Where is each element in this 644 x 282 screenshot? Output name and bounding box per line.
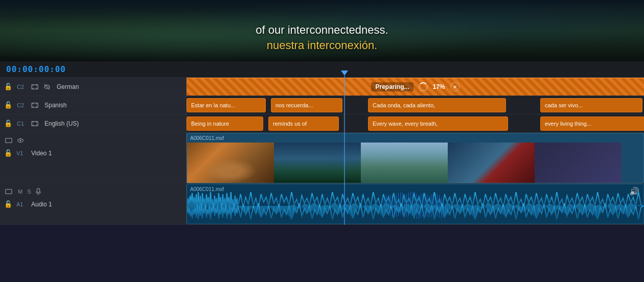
svg-rect-4 bbox=[36, 87, 37, 89]
track-controls-spanish: 🔓 C2 Spanish bbox=[0, 96, 187, 114]
preparing-bar: Preparing... 17% ✕ bbox=[187, 78, 644, 96]
svg-rect-16 bbox=[6, 138, 12, 143]
preparing-spinner bbox=[419, 82, 428, 91]
caption-clip-english-2[interactable]: reminds us of bbox=[268, 116, 339, 131]
svg-rect-20 bbox=[37, 189, 39, 193]
caption-clip-english-1[interactable]: Being in nature bbox=[187, 116, 263, 131]
video-clip-label: A006C011.mxf bbox=[190, 135, 224, 141]
track-label-german: German bbox=[57, 83, 79, 90]
preparing-close-button[interactable]: ✕ bbox=[450, 82, 459, 91]
solo-label[interactable]: S bbox=[27, 189, 31, 195]
thumb-canoe bbox=[448, 143, 535, 183]
lock-icon-english[interactable]: 🔓 bbox=[4, 120, 12, 127]
timeline: 00:00:00:00 🔓 C2 German Preparing... 17%… bbox=[0, 61, 644, 225]
subtitle-container: of our interconnectedness. nuestra inter… bbox=[0, 24, 644, 52]
lock-icon-spanish[interactable]: 🔓 bbox=[4, 101, 12, 109]
audio-track-top-row: M S bbox=[4, 187, 182, 196]
track-num-english: C1 bbox=[17, 121, 27, 127]
filmstrip-icon-video1 bbox=[4, 136, 13, 145]
track-label-audio1: Audio 1 bbox=[31, 201, 52, 208]
mute-label[interactable]: M bbox=[18, 189, 22, 195]
track-content-spanish[interactable]: Estar en la natu... nos recuerda... Cada… bbox=[187, 96, 644, 114]
svg-rect-9 bbox=[33, 106, 34, 107]
track-content-audio1[interactable]: A006C011.mxf 🔊 // Inline SVG content gen… bbox=[187, 184, 644, 224]
track-video1: 🔓 V1 Video 1 A006C011.mxf bbox=[0, 133, 644, 184]
mic-icon-audio1[interactable] bbox=[34, 187, 43, 196]
film-icon-german bbox=[30, 82, 39, 91]
eye-off-icon-german[interactable] bbox=[42, 82, 52, 91]
svg-rect-13 bbox=[36, 121, 37, 123]
video-track-top-row bbox=[4, 136, 182, 145]
track-num-audio1: A1 bbox=[16, 201, 27, 207]
film-icon-english bbox=[30, 119, 39, 128]
track-label-spanish: Spanish bbox=[44, 102, 66, 109]
waveform-bars bbox=[187, 188, 643, 224]
track-controls-english: 🔓 C1 English (US) bbox=[0, 114, 187, 132]
preparing-text: Preparing... bbox=[371, 82, 413, 91]
thumb-extra1 bbox=[535, 143, 622, 183]
track-controls-german: 🔓 C2 German bbox=[0, 78, 187, 96]
svg-rect-2 bbox=[36, 84, 37, 86]
track-controls-audio1: M S 🔓 A1 Audio 1 bbox=[0, 184, 187, 224]
svg-rect-8 bbox=[36, 103, 37, 104]
audio-clip-label: A006C011.mxf bbox=[190, 186, 224, 192]
svg-rect-19 bbox=[6, 190, 12, 194]
track-content-german[interactable]: Preparing... 17% ✕ bbox=[187, 78, 644, 96]
track-german: 🔓 C2 German Preparing... 17% ✕ bbox=[0, 78, 644, 96]
caption-clip-english-4[interactable]: every living thing... bbox=[540, 116, 644, 131]
track-num-video1: V1 bbox=[16, 150, 27, 156]
track-english: 🔓 C1 English (US) Being in nature remind… bbox=[0, 114, 644, 133]
svg-rect-10 bbox=[36, 106, 37, 107]
audio-clip-a006c011[interactable]: A006C011.mxf 🔊 // Inline SVG content gen… bbox=[187, 184, 644, 224]
subtitle-spanish: nuestra interconexión. bbox=[0, 39, 644, 52]
playhead-triangle bbox=[341, 70, 348, 76]
preparing-pct: 17% bbox=[433, 83, 445, 90]
video-thumbnails bbox=[187, 143, 643, 183]
track-label-english: English (US) bbox=[44, 120, 79, 127]
timecode-display: 00:00:00:00 bbox=[6, 64, 66, 74]
svg-rect-12 bbox=[33, 121, 34, 123]
caption-clip-spanish-2[interactable]: nos recuerda... bbox=[271, 98, 342, 112]
audio-track-label-row: 🔓 A1 Audio 1 bbox=[4, 200, 182, 208]
svg-rect-7 bbox=[33, 103, 34, 104]
eye-icon-video1[interactable] bbox=[16, 136, 25, 145]
thumb-forest bbox=[274, 143, 361, 183]
thumb-person bbox=[187, 143, 274, 183]
track-num-german: C2 bbox=[17, 84, 27, 90]
filmstrip-icon-audio1 bbox=[4, 187, 13, 196]
video-preview: of our interconnectedness. nuestra inter… bbox=[0, 0, 644, 61]
subtitle-english: of our interconnectedness. bbox=[0, 24, 644, 37]
svg-point-18 bbox=[19, 139, 21, 142]
track-label-video1: Video 1 bbox=[31, 150, 52, 157]
svg-rect-14 bbox=[33, 124, 34, 126]
track-content-video1[interactable]: A006C011.mxf bbox=[187, 133, 644, 183]
timecode-bar: 00:00:00:00 bbox=[0, 61, 644, 78]
track-num-spanish: C2 bbox=[17, 102, 27, 108]
svg-rect-15 bbox=[36, 124, 37, 126]
lock-icon-video1[interactable]: 🔓 bbox=[4, 149, 12, 157]
track-content-english[interactable]: Being in nature reminds us of Every wave… bbox=[187, 114, 644, 132]
track-controls-video1: 🔓 V1 Video 1 bbox=[0, 133, 187, 183]
svg-rect-3 bbox=[33, 87, 34, 89]
lock-icon-audio1[interactable]: 🔓 bbox=[4, 200, 12, 208]
caption-clip-english-3[interactable]: Every wave, every breath, bbox=[368, 116, 508, 131]
film-icon-spanish bbox=[30, 101, 39, 110]
track-audio1: M S 🔓 A1 Audio 1 A006C011.mxf 🔊 bbox=[0, 184, 644, 225]
caption-clip-spanish-3[interactable]: Cada onda, cada aliento, bbox=[368, 98, 506, 112]
track-spanish: 🔓 C2 Spanish Estar en la natu... nos rec… bbox=[0, 96, 644, 114]
caption-clip-spanish-1[interactable]: Estar en la natu... bbox=[187, 98, 266, 112]
caption-clip-spanish-4[interactable]: cada ser vivo... bbox=[540, 98, 642, 112]
video-clip-a006c011[interactable]: A006C011.mxf bbox=[187, 133, 644, 183]
video-track-label-row: 🔓 V1 Video 1 bbox=[4, 149, 182, 157]
thumb-kayak bbox=[361, 143, 448, 183]
lock-icon-german[interactable]: 🔓 bbox=[4, 83, 12, 90]
svg-rect-1 bbox=[33, 84, 34, 86]
